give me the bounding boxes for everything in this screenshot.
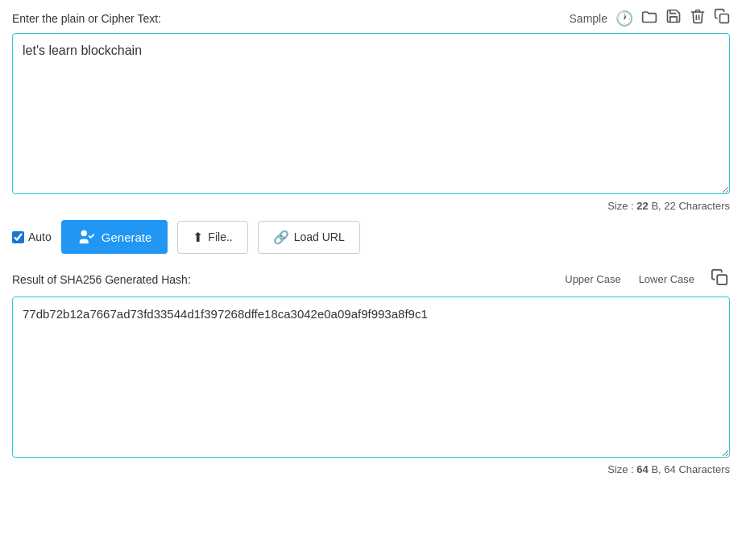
lower-case-button[interactable]: Lower Case [636, 272, 698, 287]
generate-button[interactable]: Generate [61, 220, 168, 254]
auto-label[interactable]: Auto [12, 230, 52, 243]
sample-label: Sample [570, 12, 607, 25]
controls-row: Auto Generate ⬆ File.. 🔗 Load URL [12, 220, 730, 254]
input-label: Enter the plain or Cipher Text: [12, 12, 161, 25]
top-bar: Enter the plain or Cipher Text: Sample 🕐 [12, 8, 730, 28]
file-button[interactable]: ⬆ File.. [177, 221, 247, 254]
copy-result-button[interactable] [709, 267, 730, 292]
input-size-info: Size : 22 B, 22 Characters [12, 200, 730, 212]
copy-all-icon[interactable] [714, 8, 730, 28]
case-buttons: Upper Case Lower Case [562, 267, 730, 292]
delete-icon[interactable] [690, 8, 706, 28]
toolbar: Sample 🕐 [570, 8, 730, 28]
link-icon: 🔗 [273, 230, 289, 245]
generate-icon [77, 228, 95, 246]
auto-checkbox[interactable] [12, 231, 24, 243]
svg-point-1 [81, 230, 86, 236]
upper-case-button[interactable]: Upper Case [562, 272, 624, 287]
svg-rect-0 [720, 15, 729, 23]
hash-output[interactable]: 77db72b12a7667ad73fd33544d1f397268dffe18… [12, 297, 730, 458]
result-title: Result of SHA256 Generated Hash: [12, 273, 191, 286]
save-icon[interactable] [665, 8, 682, 28]
upload-icon: ⬆ [193, 230, 203, 245]
result-header: Result of SHA256 Generated Hash: Upper C… [12, 267, 730, 292]
load-url-button[interactable]: 🔗 Load URL [258, 221, 360, 254]
folder-icon[interactable] [641, 9, 657, 27]
plain-text-input[interactable]: let's learn blockchain [12, 33, 730, 194]
copy-icon [711, 268, 728, 286]
svg-rect-2 [717, 275, 727, 284]
output-size-info: Size : 64 B, 64 Characters [12, 463, 730, 475]
history-icon[interactable]: 🕐 [616, 10, 633, 27]
